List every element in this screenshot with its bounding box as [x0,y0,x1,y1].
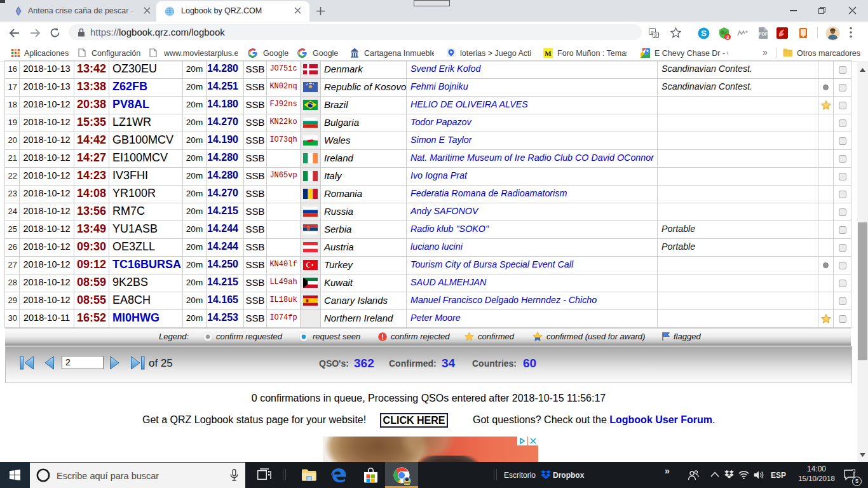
svg-text:S: S [701,29,707,38]
svg-text:PDF: PDF [759,32,768,36]
svg-text:文: 文 [653,32,658,38]
svg-text:M: M [545,50,552,57]
svg-text:3: 3 [726,34,729,40]
